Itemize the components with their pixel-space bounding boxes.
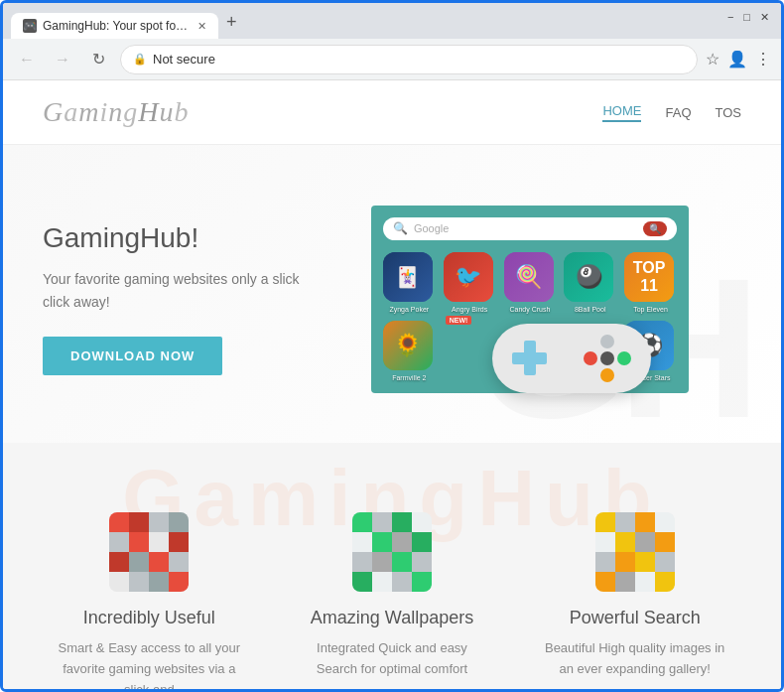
btn-center — [600, 351, 614, 365]
site-logo: GamingHub — [43, 96, 189, 128]
feature-desc-useful: Smart & Easy access to all your favorite… — [53, 638, 246, 689]
hero-left: GamingHub! Your favorite gaming websites… — [43, 222, 371, 375]
game-icon-zynga[interactable]: 🃏 Zynga Poker — [383, 252, 436, 313]
btn-bottom — [600, 368, 614, 382]
feature-search: Powerful Search Beautiful High quality i… — [528, 502, 741, 689]
feature-title-useful: Incredibly Useful — [53, 608, 246, 628]
tab-title: GamingHub: Your spot for Gami... — [43, 19, 192, 33]
tab-favicon: 🎮 — [23, 19, 37, 33]
nav-tos[interactable]: TOS — [716, 105, 742, 120]
game-label: Farmville 2 — [383, 374, 436, 381]
reload-button[interactable]: ↻ — [84, 46, 112, 72]
menu-button[interactable]: ⋮ — [755, 50, 771, 69]
feature-icon-search — [595, 512, 675, 592]
hero-right: 🔍 Google 🔍 🃏 — [371, 206, 741, 393]
security-icon: 🔒 — [133, 53, 147, 66]
nav-faq[interactable]: FAQ — [665, 105, 691, 120]
mosaic-yellow — [595, 512, 675, 592]
back-button[interactable]: ← — [13, 47, 41, 72]
game-search-icon: 🔍 — [393, 221, 408, 235]
site-header: GamingHub HOME FAQ TOS — [3, 80, 781, 145]
address-actions: ☆ 👤 ⋮ — [706, 50, 771, 69]
feature-icon-wallpapers — [352, 512, 432, 592]
feature-title-wallpapers: Amazing Wallpapers — [296, 608, 489, 628]
game-search-button[interactable]: 🔍 — [643, 221, 667, 236]
game-icon-angry[interactable]: 🐦 Angry Birds — [444, 252, 496, 313]
game-label: Candy Crush — [504, 306, 557, 313]
feature-desc-search: Beautiful High quality images in an ever… — [538, 638, 731, 680]
hero-title: GamingHub! — [43, 222, 351, 254]
game-label: Angry Birds — [444, 306, 496, 313]
address-input[interactable]: 🔒 Not secure — [120, 45, 698, 74]
browser-frame: 🎮 GamingHub: Your spot for Gami... ✕ + −… — [0, 0, 784, 692]
address-bar: ← → ↻ 🔒 Not secure ☆ 👤 ⋮ — [3, 39, 781, 80]
tab-close-button[interactable]: ✕ — [197, 20, 206, 33]
bookmark-button[interactable]: ☆ — [706, 50, 719, 69]
btn-right — [617, 351, 631, 365]
features-grid: Incredibly Useful Smart & Easy access to… — [43, 502, 741, 689]
feature-desc-wallpapers: Integrated Quick and easy Search for opt… — [296, 638, 489, 680]
mosaic-red — [109, 512, 189, 592]
forward-button[interactable]: → — [49, 47, 76, 72]
game-label: Zynga Poker — [383, 306, 436, 313]
controller-overlay — [492, 324, 651, 423]
nav-home[interactable]: HOME — [602, 103, 641, 122]
controller-body — [492, 324, 651, 393]
btn-top — [600, 335, 614, 348]
window-controls: − □ ✕ — [727, 11, 769, 24]
new-tab-button[interactable]: + — [218, 6, 245, 39]
game-icon-top11[interactable]: TOP11 Top Eleven — [624, 252, 677, 313]
site-nav: HOME FAQ TOS — [602, 103, 741, 122]
game-search-bar: 🔍 Google 🔍 — [383, 217, 677, 240]
game-label: 8Ball Pool — [564, 306, 616, 313]
download-button[interactable]: DOWNLOAD NOW — [43, 337, 222, 375]
close-button[interactable]: ✕ — [760, 11, 769, 24]
maximize-button[interactable]: □ — [743, 11, 750, 24]
website: GamingHub HOME FAQ TOS GH GamingHub! You… — [3, 80, 781, 689]
btn-left — [584, 351, 597, 365]
feature-useful: Incredibly Useful Smart & Easy access to… — [43, 502, 256, 689]
active-tab[interactable]: 🎮 GamingHub: Your spot for Gami... ✕ — [11, 13, 218, 39]
game-icon-farmville[interactable]: 🌻 Farmville 2 — [383, 321, 436, 381]
buttons-group — [584, 335, 631, 382]
hero-description: Your favorite gaming websites only a sli… — [43, 268, 321, 313]
page-content: GamingHub HOME FAQ TOS GH GamingHub! You… — [3, 80, 781, 689]
game-icon-candy[interactable]: 🍭 Candy Crush — [504, 252, 557, 313]
tab-bar: 🎮 GamingHub: Your spot for Gami... ✕ + −… — [3, 3, 781, 39]
game-label: Top Eleven — [624, 306, 677, 313]
address-text: Not secure — [153, 52, 685, 67]
feature-wallpapers: Amazing Wallpapers Integrated Quick and … — [286, 502, 499, 689]
game-search-text: Google — [414, 222, 637, 234]
minimize-button[interactable]: − — [727, 11, 733, 24]
mosaic-green — [352, 512, 432, 592]
feature-icon-useful — [109, 512, 189, 592]
features-section: GamingHub Incredibly Useful — [3, 443, 781, 689]
dpad — [512, 341, 547, 375]
game-icon-8ball[interactable]: 🎱 8Ball Pool — [564, 252, 616, 313]
feature-title-search: Powerful Search — [538, 608, 731, 628]
account-button[interactable]: 👤 — [727, 50, 747, 69]
game-icon-new: NEW! — [444, 321, 496, 381]
hero-section: GH GamingHub! Your favorite gaming websi… — [3, 145, 781, 443]
